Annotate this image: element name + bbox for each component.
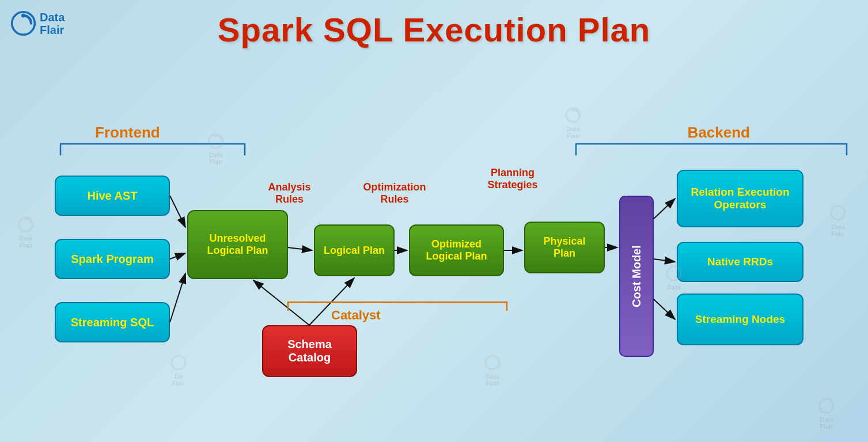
svg-point-17 bbox=[566, 108, 580, 122]
planning-strategies-label: Planning Strategies bbox=[478, 167, 547, 191]
svg-point-21 bbox=[172, 356, 185, 369]
native-rrds-node: Native RRDs bbox=[677, 242, 803, 282]
watermark-2: DataFlair bbox=[564, 106, 582, 139]
svg-point-16 bbox=[214, 134, 218, 137]
svg-point-23 bbox=[831, 206, 845, 220]
svg-point-18 bbox=[571, 108, 575, 111]
svg-line-12 bbox=[654, 199, 675, 219]
frontend-label: Frontend bbox=[95, 124, 160, 142]
watermark-4: DaFlair bbox=[170, 354, 187, 387]
svg-line-4 bbox=[170, 253, 185, 259]
svg-point-1 bbox=[21, 13, 25, 17]
logo-text: Data Flair bbox=[40, 11, 65, 36]
streaming-nodes-node: Streaming Nodes bbox=[677, 294, 803, 345]
backend-label: Backend bbox=[688, 124, 750, 142]
svg-point-25 bbox=[820, 399, 833, 413]
page-title: Spark SQL Execution Plan bbox=[0, 10, 868, 49]
svg-point-19 bbox=[19, 218, 33, 231]
svg-line-6 bbox=[288, 247, 312, 250]
analysis-rules-label: Analysis Rules bbox=[259, 181, 320, 205]
streaming-sql-node: Streaming SQL bbox=[55, 302, 170, 342]
watermark-8: DataFlair bbox=[818, 397, 835, 430]
optimized-logical-plan-node: Optimized Logical Plan bbox=[409, 224, 504, 276]
watermark-5: DataFlair bbox=[484, 354, 501, 387]
watermark-1: DataFlair bbox=[207, 132, 225, 165]
svg-point-15 bbox=[209, 134, 223, 148]
svg-line-13 bbox=[654, 259, 675, 262]
watermark-3: DataFlair bbox=[17, 216, 35, 249]
hive-ast-node: Hive AST bbox=[55, 176, 170, 216]
logo: Data Flair bbox=[10, 10, 65, 36]
svg-point-20 bbox=[24, 217, 28, 220]
schema-catalog-node: Schema Catalog bbox=[262, 325, 357, 377]
unresolved-logical-plan-node: Unresolved Logical Plan bbox=[187, 210, 288, 279]
spark-program-node: Spark Program bbox=[55, 239, 170, 279]
svg-line-10 bbox=[253, 280, 309, 325]
relation-execution-operators-node: Relation Execution Operators bbox=[677, 170, 803, 227]
watermark-6: DataFlair bbox=[829, 204, 847, 237]
physical-plan-node: Physical Plan bbox=[524, 222, 605, 273]
optimization-rules-label: Optimization Rules bbox=[357, 181, 432, 205]
cost-model-node: Cost Model bbox=[619, 196, 654, 357]
logical-plan-node: Logical Plan bbox=[314, 224, 395, 276]
svg-line-14 bbox=[654, 299, 675, 319]
svg-line-3 bbox=[170, 196, 185, 227]
svg-point-22 bbox=[486, 356, 499, 369]
catalyst-label: Catalyst bbox=[331, 308, 381, 323]
svg-line-5 bbox=[170, 273, 185, 322]
